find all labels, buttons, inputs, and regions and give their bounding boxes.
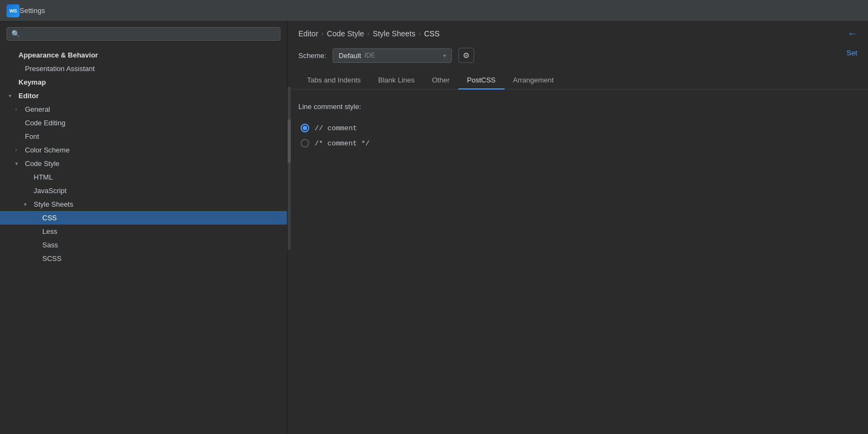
search-input[interactable] (23, 30, 276, 38)
tab-arrangement[interactable]: Arrangement (505, 72, 563, 90)
sidebar-item-label: Code Style (25, 159, 60, 168)
chevron-right-icon: › (15, 106, 22, 112)
content-area: ← Set Editor › Code Style › Style Sheets… (288, 22, 868, 434)
chevron-right-icon: › (15, 147, 22, 153)
sidebar-item-label: JavaScript (34, 187, 67, 195)
tab-postcss[interactable]: PostCSS (458, 72, 505, 90)
sidebar-item-label: Presentation Assistant (25, 65, 95, 73)
sidebar-item-style-sheets[interactable]: ▾ Style Sheets (0, 197, 287, 211)
scheme-dropdown[interactable]: Default IDE ▾ (333, 48, 452, 63)
breadcrumb-sep-1: › (322, 30, 324, 37)
radio-group: // comment /* comment */ (298, 124, 857, 148)
radio-item-double-slash[interactable]: // comment (301, 124, 857, 132)
sidebar-item-color-scheme[interactable]: › Color Scheme (0, 143, 287, 157)
titlebar: WS Settings (0, 0, 868, 22)
app-logo: WS (7, 4, 20, 17)
radio-label-double-slash: // comment (315, 124, 357, 132)
section-label: Line comment style: (298, 103, 857, 111)
sidebar-item-code-editing[interactable]: Code Editing (0, 116, 287, 130)
sidebar-item-scss[interactable]: SCSS (0, 252, 287, 265)
scheme-row: Scheme: Default IDE ▾ ⚙ (288, 43, 868, 72)
app-title: Settings (20, 7, 45, 15)
sidebar-item-label: Code Editing (25, 119, 65, 127)
sidebar-item-label: CSS (42, 214, 57, 222)
radio-dot-double-slash (303, 126, 307, 130)
sidebar-item-label: General (25, 105, 50, 113)
sidebar-item-presentation[interactable]: Presentation Assistant (0, 62, 287, 75)
sidebar-item-editor[interactable]: ▾ Editor (0, 89, 287, 103)
sidebar-item-label: HTML (34, 173, 53, 181)
breadcrumb-sep-3: › (419, 30, 421, 37)
expand-icon: ▾ (24, 201, 30, 207)
sidebar-item-javascript[interactable]: JavaScript (0, 184, 287, 197)
search-input-wrapper[interactable]: 🔍 (7, 27, 280, 41)
sidebar-item-html[interactable]: HTML (0, 170, 287, 184)
scheme-label: Scheme: (298, 52, 326, 60)
radio-item-block-comment[interactable]: /* comment */ (301, 139, 857, 148)
sidebar-item-label: Editor (18, 92, 39, 100)
scheme-value: Default (339, 52, 361, 60)
tabs-container: Tabs and Indents Blank Lines Other PostC… (288, 72, 868, 90)
sidebar-item-sass[interactable]: Sass (0, 238, 287, 252)
back-icon: ← (847, 28, 857, 39)
back-button[interactable]: ← (847, 28, 857, 40)
expand-icon: ▾ (15, 161, 22, 167)
gear-button[interactable]: ⚙ (458, 48, 474, 63)
scroll-thumb (288, 119, 291, 163)
breadcrumb-style-sheets[interactable]: Style Sheets (373, 29, 416, 38)
radio-label-block-comment: /* comment */ (315, 139, 369, 148)
sidebar-nav[interactable]: Appearance & Behavior Presentation Assis… (0, 46, 287, 434)
breadcrumb-editor[interactable]: Editor (298, 29, 318, 38)
tab-other[interactable]: Other (423, 72, 458, 90)
sidebar-item-label: Color Scheme (25, 146, 69, 154)
sidebar-item-css[interactable]: CSS (0, 211, 287, 225)
scheme-dropdown-text: Default IDE (339, 52, 375, 60)
search-container: 🔍 (0, 22, 287, 46)
sidebar-item-appearance[interactable]: Appearance & Behavior (0, 48, 287, 62)
sidebar-item-label: Less (42, 227, 57, 235)
main-layout: 🔍 Appearance & Behavior Presentation Ass… (0, 22, 868, 434)
breadcrumb-code-style[interactable]: Code Style (327, 29, 364, 38)
panel-content: Line comment style: // comment /* commen… (288, 90, 868, 161)
sidebar-item-label: Appearance & Behavior (18, 51, 98, 59)
sidebar-item-keymap[interactable]: Keymap (0, 75, 287, 89)
sidebar-item-less[interactable]: Less (0, 225, 287, 238)
expand-icon: ▾ (9, 93, 15, 99)
set-label: Set (846, 49, 857, 57)
sidebar-item-label: Font (25, 132, 39, 141)
scroll-indicator (288, 87, 291, 250)
sidebar-item-code-style[interactable]: ▾ Code Style (0, 157, 287, 170)
sidebar-item-label: SCSS (42, 254, 61, 263)
dropdown-chevron-icon: ▾ (443, 53, 446, 59)
gear-icon: ⚙ (463, 51, 470, 60)
tab-blank-lines[interactable]: Blank Lines (369, 72, 423, 90)
breadcrumb-css[interactable]: CSS (424, 29, 440, 38)
sidebar-item-label: Style Sheets (34, 200, 73, 208)
sidebar-item-font[interactable]: Font (0, 130, 287, 143)
search-icon: 🔍 (11, 30, 20, 38)
sidebar: 🔍 Appearance & Behavior Presentation Ass… (0, 22, 288, 434)
radio-circle-block-comment (301, 139, 309, 148)
set-button[interactable]: Set (846, 49, 857, 57)
sidebar-item-label: Keymap (18, 78, 46, 86)
radio-circle-double-slash (301, 124, 309, 132)
tab-tabs-indents[interactable]: Tabs and Indents (298, 72, 369, 90)
scheme-suffix: IDE (365, 52, 375, 59)
sidebar-item-general[interactable]: › General (0, 103, 287, 116)
breadcrumb: Editor › Code Style › Style Sheets › CSS (288, 22, 868, 43)
breadcrumb-sep-2: › (367, 30, 369, 37)
sidebar-item-label: Sass (42, 241, 58, 249)
